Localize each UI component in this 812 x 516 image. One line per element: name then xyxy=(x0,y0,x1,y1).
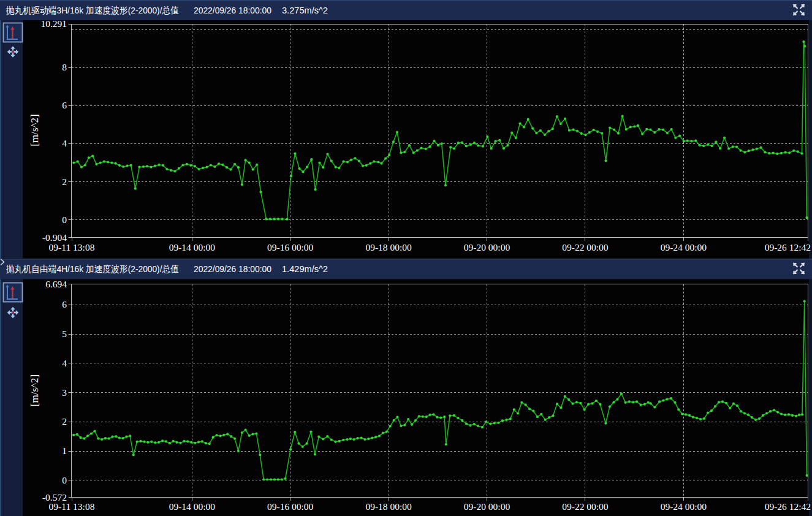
svg-text:09-18 00:00: 09-18 00:00 xyxy=(365,501,412,512)
svg-text:09-14 00:00: 09-14 00:00 xyxy=(169,242,216,252)
svg-text:09-22 00:00: 09-22 00:00 xyxy=(562,242,609,252)
svg-text:抛丸机驱动端3H/16k 加速度波形(2-2000)/总值: 抛丸机驱动端3H/16k 加速度波形(2-2000)/总值 xyxy=(6,5,179,15)
svg-text:4: 4 xyxy=(62,358,67,368)
svg-text:10.291: 10.291 xyxy=(40,18,67,29)
svg-text:6: 6 xyxy=(62,100,67,110)
svg-text:0: 0 xyxy=(62,475,67,485)
svg-text:09-20 00:00: 09-20 00:00 xyxy=(464,242,510,252)
svg-text:抛丸机自由端4H/16k 加速度波形(2-2000)/总值: 抛丸机自由端4H/16k 加速度波形(2-2000)/总值 xyxy=(6,264,179,274)
svg-text:09-14 00:00: 09-14 00:00 xyxy=(169,501,216,512)
svg-text:09-11 13:08: 09-11 13:08 xyxy=(49,242,95,252)
svg-text:09-16 00:00: 09-16 00:00 xyxy=(267,501,314,512)
svg-text:6.694: 6.694 xyxy=(45,279,67,289)
svg-text:3: 3 xyxy=(62,387,67,398)
svg-text:-0.904: -0.904 xyxy=(42,232,67,243)
svg-text:[m/s^2]: [m/s^2] xyxy=(29,374,40,406)
svg-text:09-20 00:00: 09-20 00:00 xyxy=(464,501,510,512)
svg-text:09-26 12:42: 09-26 12:42 xyxy=(765,501,811,512)
svg-text:09-11 13:08: 09-11 13:08 xyxy=(49,501,95,512)
svg-text:09-18 00:00: 09-18 00:00 xyxy=(365,242,412,252)
svg-text:8: 8 xyxy=(62,62,67,72)
svg-text:1: 1 xyxy=(62,446,67,456)
svg-text:2022/09/26 18:00:00: 2022/09/26 18:00:00 xyxy=(194,5,271,15)
svg-text:09-22 00:00: 09-22 00:00 xyxy=(562,501,609,512)
svg-text:6: 6 xyxy=(62,299,67,309)
svg-text:2: 2 xyxy=(62,416,67,427)
svg-text:4: 4 xyxy=(62,138,67,148)
svg-text:09-16 00:00: 09-16 00:00 xyxy=(267,242,314,252)
svg-text:2022/09/26 18:00:00: 2022/09/26 18:00:00 xyxy=(194,264,271,274)
svg-text:0: 0 xyxy=(62,214,67,225)
svg-text:1.429m/s^2: 1.429m/s^2 xyxy=(282,264,328,274)
svg-text:09-24 00:00: 09-24 00:00 xyxy=(661,242,707,252)
svg-text:5: 5 xyxy=(62,328,67,339)
svg-text:3.275m/s^2: 3.275m/s^2 xyxy=(282,5,328,15)
svg-text:-0.572: -0.572 xyxy=(42,492,67,503)
svg-text:09-24 00:00: 09-24 00:00 xyxy=(661,501,707,512)
svg-text:09-26 12:42: 09-26 12:42 xyxy=(765,242,811,252)
svg-text:2: 2 xyxy=(62,176,67,187)
svg-text:[m/s^2]: [m/s^2] xyxy=(29,114,40,146)
